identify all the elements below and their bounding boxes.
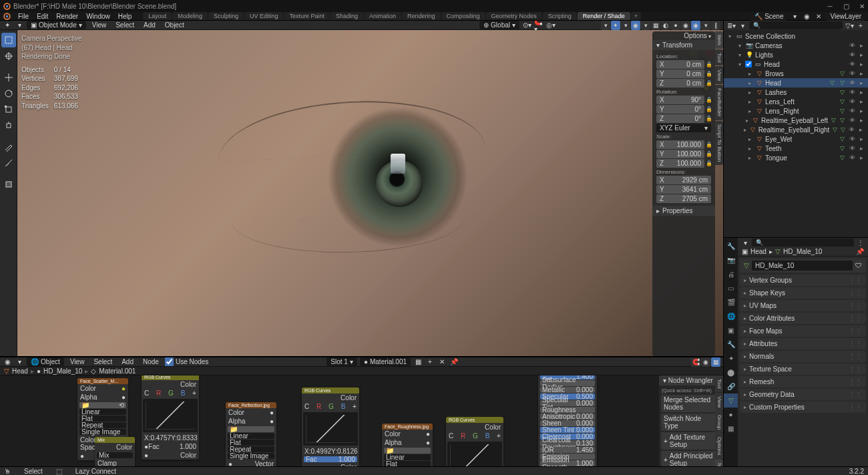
orientation-dropdown[interactable]: ⊕Global▾ — [479, 21, 519, 29]
lock-icon[interactable]: 🔒 — [706, 116, 711, 122]
dim-z-field[interactable]: Z2705 cm — [656, 194, 711, 203]
workspace-tab[interactable]: Sculpting — [208, 12, 244, 20]
tree-row[interactable]: ▸▽Lens_Right▽👁▸ — [724, 106, 868, 116]
select-icon[interactable]: ▸ — [857, 98, 865, 105]
shading-rendered-icon[interactable]: ◉ — [691, 21, 700, 30]
hide-icon[interactable]: 👁 — [848, 42, 856, 49]
node-face-roughness[interactable]: Face_Roughness.jpg Color● Alpha● 📁 Linea… — [382, 424, 433, 466]
panel-header[interactable]: ▸Texture Space⋮⋮ — [740, 363, 866, 375]
hide-icon[interactable]: 👁 — [848, 108, 856, 114]
expand-icon[interactable]: ▸ — [746, 136, 753, 142]
crumb-material[interactable]: ●HD_Male_10 — [37, 367, 82, 375]
ptab-world[interactable]: 🌐 — [724, 309, 738, 323]
ptab-viewlayer[interactable]: ▭ — [724, 281, 738, 295]
measure-tool[interactable] — [1, 156, 16, 170]
loc-y-field[interactable]: Y0 cm — [656, 69, 704, 78]
shader-type-icon[interactable]: ▾ — [15, 357, 24, 367]
panel-header[interactable]: ▸Color Attributes⋮⋮ — [740, 313, 866, 324]
crumb-nodegroup[interactable]: ◇Material.001 — [91, 367, 136, 375]
rot-y-field[interactable]: Y0° — [656, 105, 704, 114]
scale-y-field[interactable]: Y100.000 — [656, 150, 704, 158]
viewport-menu-add[interactable]: Add — [140, 21, 159, 29]
pin-icon[interactable]: 📌 — [856, 248, 864, 255]
select-icon[interactable]: ▸ — [857, 70, 865, 77]
snap-node-icon[interactable]: 🧲 — [691, 357, 700, 367]
hide-icon[interactable]: 👁 — [848, 145, 856, 152]
nw-texture-setup[interactable]: +Add Texture Setup — [661, 432, 721, 450]
shader-prop-slider[interactable]: Subsurface Radius — [540, 380, 595, 386]
expand-icon[interactable]: ▸ — [746, 146, 753, 152]
scale-x-field[interactable]: X100.000 — [656, 140, 704, 149]
nw-header[interactable]: ▾ Node Wrangler — [659, 375, 723, 385]
workspace-tab[interactable]: Animation — [364, 12, 401, 20]
menu-help[interactable]: Help — [115, 13, 136, 20]
hide-icon[interactable]: 👁 — [848, 98, 856, 105]
outliner-editor-icon[interactable]: ≣▾ — [726, 21, 736, 30]
node-face-reflection[interactable]: Face_Reflection.jpg Color● Alpha● 📁 Line… — [226, 402, 276, 466]
xray-icon[interactable]: ▦ — [651, 21, 660, 30]
expand-icon[interactable]: ▸ — [746, 80, 753, 86]
transform-panel-header[interactable]: ▾Transform — [652, 40, 715, 50]
shading-material-icon[interactable]: ◉ — [681, 21, 690, 30]
lock-icon[interactable]: 🔒 — [706, 151, 711, 157]
menu-edit[interactable]: Edit — [33, 13, 51, 20]
viewport-menu-object[interactable]: Object — [162, 21, 188, 29]
rot-x-field[interactable]: X90° — [656, 96, 704, 104]
collection-checkbox[interactable] — [745, 61, 752, 67]
hide-icon[interactable]: 👁 — [848, 61, 856, 67]
panel-header[interactable]: ▸Geometry Data⋮⋮ — [740, 389, 866, 400]
outliner-new-collection-icon[interactable]: + — [856, 21, 865, 30]
node-menu-view[interactable]: View — [67, 358, 88, 365]
overlay-node-icon[interactable]: ◉ — [701, 357, 710, 367]
shader-prop-slider[interactable]: Specular Tint0.000 — [540, 400, 595, 406]
n-panel-tab[interactable]: FaceBuilder — [715, 85, 723, 120]
shader-prop-slider[interactable]: Sheen Tint0.000 — [540, 427, 595, 433]
n-panel-tab[interactable]: Item — [715, 31, 723, 49]
panel-header[interactable]: ▸UV Maps⋮⋮ — [740, 300, 866, 311]
select-icon[interactable]: ▸ — [857, 126, 865, 133]
workspace-tab[interactable]: Geometry Nodes — [486, 12, 542, 20]
tree-row[interactable]: ▸▽Realtime_Eyeball_Right▽▽👁▸ — [724, 125, 868, 134]
editor-type-icon[interactable]: ✦ — [3, 21, 12, 30]
props-options-icon[interactable]: ⋮ — [856, 238, 865, 247]
cursor-tool[interactable] — [1, 49, 16, 63]
hide-icon[interactable]: 👁 — [848, 80, 856, 86]
tree-row[interactable]: ▾▭Head👁▸ — [724, 59, 868, 69]
expand-icon[interactable]: ▾ — [736, 61, 743, 67]
workspace-tab[interactable]: Rendering — [402, 12, 441, 20]
close-button[interactable]: ✕ — [859, 3, 865, 9]
dim-y-field[interactable]: Y3641 cm — [656, 185, 711, 194]
shader-prop-slider[interactable]: Emission Strength1.000 — [540, 460, 595, 466]
expand-icon[interactable]: ▾ — [736, 43, 743, 49]
lock-icon[interactable]: 🔒 — [706, 71, 711, 77]
hide-icon[interactable]: 👁 — [848, 136, 856, 142]
viewlayer-selector[interactable]: ViewLayer — [826, 12, 865, 21]
lock-icon[interactable]: 🔒 — [706, 80, 711, 86]
workspace-tab[interactable]: Texture Paint — [284, 12, 330, 20]
mat-unlink-icon[interactable]: ✕ — [437, 357, 447, 367]
ptab-modifiers[interactable]: 🔧 — [724, 337, 738, 351]
lock-icon[interactable]: 🔒 — [706, 160, 711, 166]
crumb-object[interactable]: ▽Head — [4, 367, 28, 375]
view-select-icon[interactable]: ▾ — [601, 21, 610, 30]
expand-icon[interactable]: ▸ — [746, 71, 753, 77]
nw-principled-setup[interactable]: +Add Principled Setup — [661, 451, 721, 466]
tree-row[interactable]: ▸▽Brows▽👁▸ — [724, 69, 868, 78]
transform-tool[interactable] — [1, 118, 16, 133]
hide-icon[interactable]: 👁 — [848, 70, 856, 77]
maximize-button[interactable]: ▢ — [843, 3, 849, 9]
n-panel-tab[interactable]: View — [715, 66, 723, 84]
material-selector[interactable]: ●Material.001 — [360, 357, 411, 366]
node-panel-tab[interactable]: Group — [715, 412, 723, 433]
options-dropdown[interactable]: Options ▾ — [652, 31, 715, 40]
shader-prop-slider[interactable]: Clearcoat Roughness0.130 — [540, 440, 595, 446]
workspace-tab[interactable]: UV Editing — [244, 12, 284, 20]
select-icon[interactable]: ▸ — [857, 89, 865, 96]
tree-row[interactable]: ▸▽Teeth▽👁▸ — [724, 144, 868, 153]
expand-icon[interactable]: ▸ — [746, 108, 753, 114]
select-icon[interactable]: ▸ — [857, 80, 865, 86]
ptab-object[interactable]: ▣ — [724, 323, 738, 337]
expand-icon[interactable]: ▸ — [743, 127, 748, 133]
lock-icon[interactable]: 🔒 — [706, 97, 711, 103]
panel-header[interactable]: ▸Face Maps⋮⋮ — [740, 325, 866, 337]
